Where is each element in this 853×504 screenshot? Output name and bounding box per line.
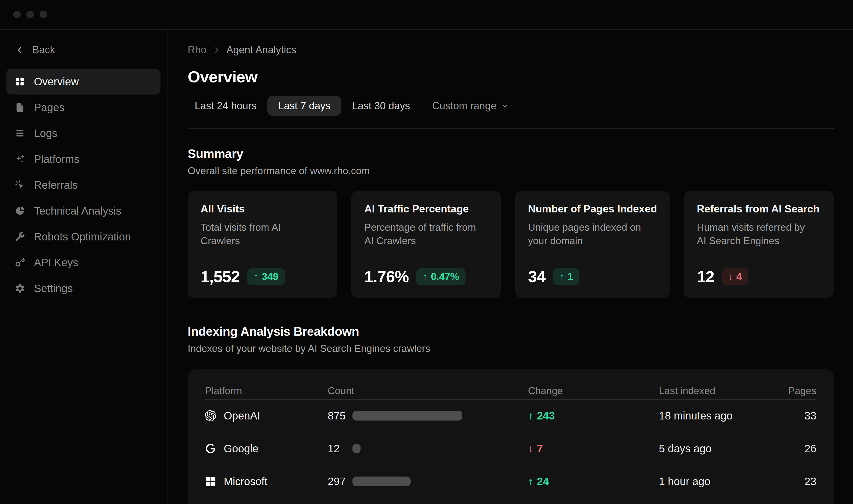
count-cell: 297 bbox=[328, 475, 528, 488]
sidebar-item-label: Robots Optimization bbox=[34, 231, 131, 243]
summary-section: Summary Overall site performance of www.… bbox=[188, 146, 834, 298]
breadcrumb-current: Agent Analytics bbox=[226, 44, 296, 56]
section-divider bbox=[188, 128, 834, 129]
change-value: 24 bbox=[537, 475, 549, 488]
stat-card-value-row: 1.76% ↑ 0.47% bbox=[364, 267, 488, 286]
delta-arrow-icon: ↑ bbox=[528, 476, 533, 487]
sidebar-item-technical-analysis[interactable]: Technical Analysis bbox=[6, 198, 161, 224]
time-range-tabs: Last 24 hours Last 7 days Last 30 days C… bbox=[188, 96, 834, 116]
count-value: 875 bbox=[328, 410, 352, 422]
stat-card-value: 34 bbox=[528, 267, 545, 286]
sidebar-item-label: Technical Analysis bbox=[34, 205, 122, 217]
stat-card-value: 1.76% bbox=[364, 267, 409, 286]
sidebar-nav: Overview Pages Logs Platforms bbox=[6, 69, 161, 301]
stat-card-all-visits: All Visits Total visits from AI Crawlers… bbox=[188, 191, 338, 298]
microsoft-logo-icon bbox=[205, 476, 216, 487]
delta-arrow-icon: ↑ bbox=[528, 410, 533, 421]
last-indexed-cell: 1 hour ago bbox=[659, 475, 779, 488]
key-icon bbox=[15, 257, 25, 268]
sidebar-item-platforms[interactable]: Platforms bbox=[6, 146, 161, 172]
chevron-left-icon bbox=[15, 45, 25, 55]
chevron-down-icon bbox=[501, 102, 509, 110]
pointer-click-icon bbox=[15, 180, 25, 190]
pie-chart-icon bbox=[15, 205, 25, 216]
window-control-dot[interactable] bbox=[26, 11, 34, 18]
sidebar-item-label: Logs bbox=[34, 127, 57, 140]
delta-badge: ↑ 0.47% bbox=[416, 268, 466, 285]
count-value: 297 bbox=[328, 475, 352, 488]
stat-card-pages-indexed: Number of Pages Indexed Unique pages ind… bbox=[515, 191, 670, 298]
sidebar-item-label: API Keys bbox=[34, 256, 78, 269]
sidebar-item-label: Pages bbox=[34, 102, 65, 114]
sidebar-item-label: Overview bbox=[34, 76, 79, 88]
delta-arrow-icon: ↓ bbox=[528, 443, 533, 454]
indexing-table: Platform Count Change Last indexed Pages… bbox=[188, 370, 834, 504]
tab-last-30-days[interactable]: Last 30 days bbox=[345, 96, 417, 116]
sidebar-item-label: Settings bbox=[34, 283, 73, 294]
column-header-count: Count bbox=[328, 385, 528, 397]
stat-card-description: Total visits from AI Crawlers bbox=[201, 221, 320, 248]
change-cell: ↑ 24 bbox=[528, 475, 659, 488]
sidebar-item-pages[interactable]: Pages bbox=[6, 94, 161, 120]
delta-arrow-icon: ↑ bbox=[423, 271, 428, 283]
summary-subtitle: Overall site performance of www.rho.com bbox=[188, 165, 834, 177]
window-control-dot[interactable] bbox=[40, 11, 47, 18]
breadcrumb: Rho Agent Analytics bbox=[188, 44, 834, 56]
sidebar: Back Overview Pages Logs bbox=[0, 30, 167, 503]
pages-cell: 23 bbox=[779, 475, 816, 488]
delta-value: 1 bbox=[567, 271, 573, 283]
sparkles-icon bbox=[15, 154, 25, 164]
stat-card-description: Unique pages indexed on your domain bbox=[528, 221, 648, 248]
back-button[interactable]: Back bbox=[15, 44, 161, 56]
table-row-google: Google 12 ↓ 7 5 days ago 26 bbox=[205, 432, 816, 465]
chevron-right-icon bbox=[213, 46, 220, 54]
table-header-row: Platform Count Change Last indexed Pages bbox=[205, 370, 816, 399]
stat-card-description: Human visits referred by AI Search Engin… bbox=[697, 221, 816, 248]
sidebar-item-robots-optimization[interactable]: Robots Optimization bbox=[6, 224, 161, 250]
tab-last-7-days[interactable]: Last 7 days bbox=[267, 96, 341, 116]
sidebar-item-label: Platforms bbox=[34, 153, 79, 165]
sidebar-item-label: Referrals bbox=[34, 179, 77, 191]
change-cell: ↓ 7 bbox=[528, 443, 659, 455]
change-value: 243 bbox=[537, 410, 555, 422]
sidebar-item-logs[interactable]: Logs bbox=[6, 120, 161, 146]
delta-badge: ↑ 1 bbox=[553, 268, 580, 285]
tab-last-24-hours[interactable]: Last 24 hours bbox=[188, 96, 264, 116]
stat-card-referrals-ai-search: Referrals from AI Search Human visits re… bbox=[684, 191, 834, 298]
column-header-platform: Platform bbox=[205, 385, 328, 397]
stat-card-value-row: 1,552 ↑ 349 bbox=[201, 267, 324, 286]
column-header-change: Change bbox=[528, 385, 659, 397]
breadcrumb-root[interactable]: Rho bbox=[188, 44, 206, 56]
stat-card-ai-traffic-percentage: AI Traffic Percentage Percentage of traf… bbox=[351, 191, 501, 298]
stat-card-value-row: 34 ↑ 1 bbox=[528, 267, 657, 286]
count-bar bbox=[352, 476, 411, 486]
sidebar-item-settings[interactable]: Settings bbox=[6, 275, 161, 301]
stat-card-title: AI Traffic Percentage bbox=[364, 203, 488, 215]
last-indexed-cell: 5 days ago bbox=[659, 443, 779, 455]
summary-title: Summary bbox=[188, 146, 834, 161]
delta-value: 0.47% bbox=[431, 271, 459, 283]
sidebar-item-api-keys[interactable]: API Keys bbox=[6, 250, 161, 275]
count-bar bbox=[352, 444, 361, 453]
app-frame: Back Overview Pages Logs bbox=[0, 30, 853, 503]
column-header-last-indexed: Last indexed bbox=[659, 385, 779, 397]
change-cell: ↑ 243 bbox=[528, 410, 659, 422]
platform-cell: OpenAI bbox=[205, 410, 328, 422]
column-header-pages: Pages bbox=[779, 385, 816, 397]
stat-card-value: 1,552 bbox=[201, 267, 240, 286]
back-label: Back bbox=[32, 44, 55, 56]
window-titlebar bbox=[0, 0, 853, 30]
platform-cell: Google bbox=[205, 443, 328, 455]
custom-range-label: Custom range bbox=[432, 100, 496, 112]
stat-card-value-row: 12 ↓ 4 bbox=[697, 267, 821, 286]
pages-cell: 26 bbox=[779, 443, 816, 455]
window-control-dot[interactable] bbox=[13, 11, 21, 18]
sidebar-item-overview[interactable]: Overview bbox=[6, 69, 161, 94]
count-bar bbox=[352, 411, 462, 420]
count-value: 12 bbox=[328, 443, 352, 455]
custom-range-dropdown[interactable]: Custom range bbox=[425, 96, 516, 116]
sidebar-item-referrals[interactable]: Referrals bbox=[6, 172, 161, 198]
page-title: Overview bbox=[188, 68, 834, 86]
platform-name: Microsoft bbox=[224, 475, 267, 488]
table-row-microsoft: Microsoft 297 ↑ 24 1 hour ago 23 bbox=[205, 465, 816, 498]
